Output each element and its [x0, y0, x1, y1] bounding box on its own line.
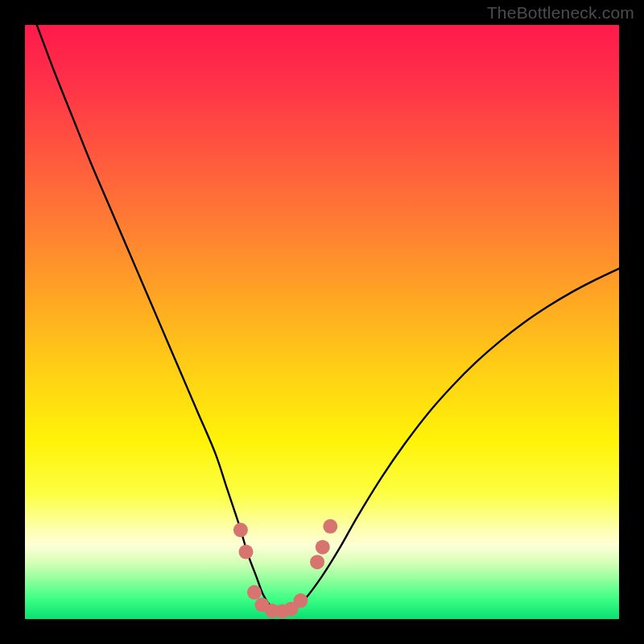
chart-svg [25, 25, 619, 619]
marker-dot [316, 540, 330, 555]
chart-area [25, 25, 619, 619]
watermark-text: TheBottleneck.com [487, 3, 634, 23]
marker-dot [239, 545, 254, 559]
outer-frame: TheBottleneck.com [0, 0, 644, 644]
marker-dot [247, 585, 262, 600]
marker-dot [293, 593, 308, 608]
marker-dot [233, 522, 248, 537]
marker-dot [323, 519, 337, 534]
marker-dot [310, 555, 324, 569]
gradient-background [25, 25, 619, 619]
